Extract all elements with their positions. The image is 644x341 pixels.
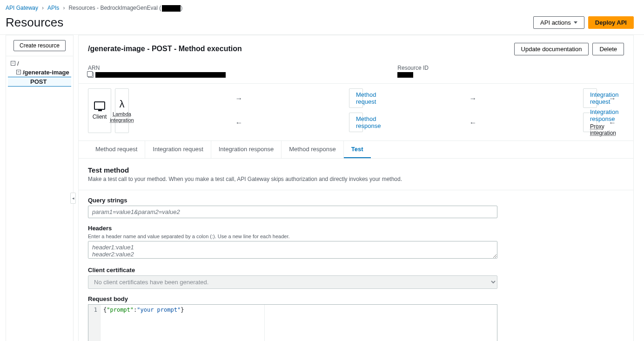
method-tabs: Method request Integration request Integ… bbox=[79, 140, 633, 158]
lambda-icon: λ bbox=[120, 98, 125, 110]
tree-root[interactable]: − / bbox=[8, 59, 71, 68]
breadcrumb: API Gateway › APIs › Resources - Bedrock… bbox=[0, 0, 644, 13]
arrow-right-icon: → bbox=[133, 88, 345, 109]
api-actions-dropdown[interactable]: API actions bbox=[533, 16, 584, 29]
page-title: Resources bbox=[6, 15, 63, 30]
request-body-editor[interactable]: 1 {"prompt":"your prompt"} bbox=[88, 304, 497, 341]
resource-id-value-redacted bbox=[397, 72, 413, 78]
copy-icon[interactable] bbox=[88, 72, 94, 78]
collapse-icon[interactable]: − bbox=[11, 61, 15, 66]
breadcrumb-current: Resources - BedrockImageGenEval () bbox=[68, 5, 182, 12]
tab-method-request[interactable]: Method request bbox=[88, 141, 145, 158]
monitor-icon bbox=[94, 101, 105, 110]
main-panel: /generate-image - POST - Method executio… bbox=[78, 35, 634, 341]
arn-value-redacted bbox=[95, 72, 226, 78]
arn-label: ARN bbox=[88, 65, 226, 71]
chevron-down-icon bbox=[574, 21, 577, 24]
tab-method-response[interactable]: Method response bbox=[282, 141, 343, 158]
chevron-right-icon: › bbox=[63, 5, 65, 11]
headers-hint: Enter a header name and value separated … bbox=[88, 234, 497, 239]
chevron-right-icon: › bbox=[42, 5, 44, 11]
update-documentation-button[interactable]: Update documentation bbox=[514, 43, 589, 55]
flow-integration-response[interactable]: Integration response Proxy integration bbox=[583, 113, 597, 132]
redacted-id bbox=[162, 5, 181, 12]
request-body-label: Request body bbox=[88, 295, 497, 302]
arrow-right-icon: → bbox=[367, 88, 579, 109]
tree-method-post[interactable]: POST bbox=[8, 77, 71, 87]
arrow-left-icon: ← bbox=[367, 113, 579, 133]
flow-integration-request[interactable]: Integration request bbox=[583, 88, 597, 108]
create-resource-button[interactable]: Create resource bbox=[13, 40, 66, 51]
breadcrumb-link-api-gateway[interactable]: API Gateway bbox=[6, 5, 38, 11]
query-strings-input[interactable] bbox=[88, 206, 497, 218]
client-certificate-select[interactable]: No client certificates have been generat… bbox=[88, 275, 497, 289]
test-method-description: Make a test call to your method. When yo… bbox=[88, 176, 624, 182]
resource-id-label: Resource ID bbox=[397, 65, 429, 71]
flow-client-box: Client bbox=[88, 88, 111, 133]
tab-test[interactable]: Test bbox=[344, 141, 371, 158]
query-strings-label: Query strings bbox=[88, 197, 497, 204]
headers-input[interactable] bbox=[88, 241, 497, 259]
flow-lambda-box[interactable]: λ Lambda integration bbox=[115, 88, 129, 133]
resource-tree-sidebar: Create resource − / − /generate-image PO… bbox=[6, 35, 74, 341]
collapse-icon[interactable]: − bbox=[16, 70, 21, 74]
arrow-left-icon: ← bbox=[601, 113, 624, 133]
tab-integration-request[interactable]: Integration request bbox=[145, 141, 211, 158]
test-method-heading: Test method bbox=[88, 166, 624, 174]
headers-label: Headers bbox=[88, 225, 497, 232]
flow-method-response[interactable]: Method response bbox=[349, 113, 363, 132]
arrow-right-icon: → bbox=[601, 88, 624, 109]
flow-method-request[interactable]: Method request bbox=[349, 88, 363, 108]
editor-gutter: 1 bbox=[88, 305, 101, 341]
tab-integration-response[interactable]: Integration response bbox=[211, 141, 282, 158]
method-execution-title: /generate-image - POST - Method executio… bbox=[88, 45, 242, 53]
arrow-left-icon: ← bbox=[133, 113, 345, 133]
deploy-api-button[interactable]: Deploy API bbox=[588, 16, 634, 29]
breadcrumb-link-apis[interactable]: APIs bbox=[47, 5, 59, 11]
client-certificate-label: Client certificate bbox=[88, 267, 497, 274]
sidebar-resize-handle[interactable]: ◂ bbox=[70, 193, 76, 204]
tree-resource-generate-image[interactable]: − /generate-image bbox=[8, 68, 71, 77]
delete-button[interactable]: Delete bbox=[592, 43, 624, 55]
